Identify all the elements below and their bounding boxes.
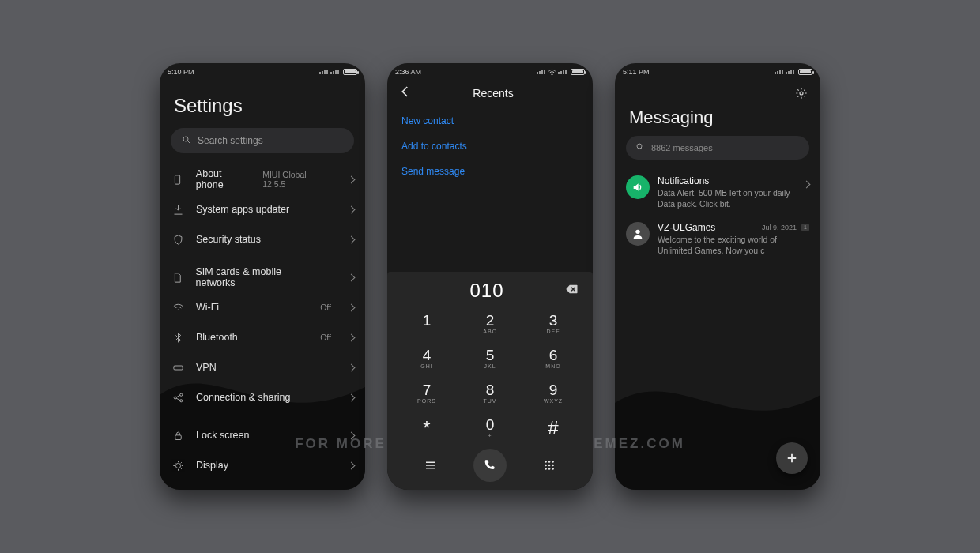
chevron-right-icon bbox=[803, 181, 811, 189]
phone-info-icon bbox=[171, 174, 185, 186]
svg-point-10 bbox=[545, 461, 547, 463]
wifi-icon bbox=[548, 68, 556, 77]
settings-item-label: Connection & sharing bbox=[196, 392, 291, 403]
settings-list: About phone MIUI Global 12.5.5 System ap… bbox=[160, 161, 365, 480]
page-title: Settings bbox=[160, 77, 365, 128]
svg-point-12 bbox=[552, 461, 554, 463]
conversation-name: VZ-ULGames bbox=[658, 222, 715, 233]
signal-icon bbox=[775, 70, 783, 74]
person-icon bbox=[626, 222, 650, 246]
keypad-key-2[interactable]: 2ABC bbox=[458, 307, 522, 341]
keypad-key-star[interactable]: * bbox=[395, 411, 458, 446]
keypad-key-9[interactable]: 9WXYZ bbox=[522, 376, 585, 411]
backspace-button[interactable] bbox=[564, 282, 579, 299]
settings-item-sim[interactable]: SIM cards & mobile networks bbox=[171, 262, 354, 292]
keypad-key-6[interactable]: 6MNO bbox=[522, 341, 585, 376]
search-icon bbox=[635, 142, 645, 153]
chevron-right-icon bbox=[348, 273, 356, 281]
settings-item-security[interactable]: Security status bbox=[171, 224, 354, 254]
svg-point-9 bbox=[552, 73, 552, 74]
chevron-right-icon bbox=[348, 205, 356, 213]
speaker-icon bbox=[626, 175, 650, 199]
unread-badge: 1 bbox=[801, 224, 809, 231]
settings-item-meta: Off bbox=[320, 303, 331, 312]
display-icon bbox=[171, 460, 185, 472]
dialer-screen: 2:36 AM Recents New contact Add to conta… bbox=[387, 63, 593, 490]
settings-item-about-phone[interactable]: About phone MIUI Global 12.5.5 bbox=[171, 164, 354, 194]
keypad-key-8[interactable]: 8TUV bbox=[458, 376, 522, 411]
conversation-notifications[interactable]: Notifications Data Alert! 500 MB left on… bbox=[615, 169, 820, 216]
settings-item-meta: MIUI Global 12.5.5 bbox=[262, 170, 331, 189]
settings-item-label: SIM cards & mobile networks bbox=[196, 266, 321, 288]
svg-point-13 bbox=[545, 465, 547, 467]
battery-icon bbox=[343, 69, 357, 75]
settings-item-vpn[interactable]: VPN bbox=[171, 352, 354, 382]
keypad-key-1[interactable]: 1 bbox=[395, 307, 458, 341]
new-contact-link[interactable]: New contact bbox=[401, 115, 579, 126]
status-icons bbox=[537, 68, 585, 77]
call-button[interactable] bbox=[473, 449, 507, 482]
clock: 5:10 PM bbox=[168, 68, 194, 76]
keypad-key-hash[interactable]: # bbox=[522, 411, 585, 446]
dialer-panel: 010 1 2ABC 3DEF 4GHI 5JKL 6MNO 7PQRS 8TU… bbox=[387, 272, 593, 490]
keypad-key-0[interactable]: 0+ bbox=[458, 411, 522, 446]
settings-item-bluetooth[interactable]: Bluetooth Off bbox=[171, 322, 354, 352]
svg-point-15 bbox=[552, 465, 554, 467]
svg-rect-3 bbox=[173, 366, 182, 370]
svg-line-21 bbox=[641, 148, 643, 150]
settings-item-meta: Off bbox=[320, 333, 331, 342]
conversation-preview: Welcome to the exciting world of Unlimit… bbox=[658, 235, 809, 256]
page-title: Messaging bbox=[615, 103, 820, 136]
status-bar: 5:11 PM bbox=[615, 63, 820, 77]
settings-item-lockscreen[interactable]: Lock screen bbox=[171, 420, 354, 450]
chevron-right-icon bbox=[348, 303, 356, 311]
settings-item-wifi[interactable]: Wi-Fi Off bbox=[171, 292, 354, 322]
dialpad-grid-button[interactable] bbox=[537, 453, 562, 478]
keypad-key-4[interactable]: 4GHI bbox=[395, 341, 458, 376]
conversation-date: Jul 9, 2021 bbox=[762, 224, 797, 231]
chevron-right-icon bbox=[348, 431, 356, 439]
conversation-preview: Data Alert! 500 MB left on your daily Da… bbox=[658, 188, 796, 209]
lock-icon bbox=[171, 430, 185, 442]
battery-icon bbox=[798, 69, 812, 75]
keypad-key-7[interactable]: 7PQRS bbox=[395, 376, 458, 411]
messages-search[interactable]: 8862 messages bbox=[626, 136, 809, 160]
svg-point-20 bbox=[637, 144, 642, 149]
settings-item-system-updater[interactable]: System apps updater bbox=[171, 194, 354, 224]
sim-icon bbox=[171, 272, 185, 284]
svg-point-4 bbox=[174, 396, 176, 398]
settings-item-label: VPN bbox=[196, 362, 217, 373]
chevron-right-icon bbox=[348, 175, 356, 183]
signal-icon bbox=[330, 70, 339, 74]
menu-button[interactable] bbox=[418, 453, 443, 478]
settings-item-label: Security status bbox=[196, 234, 261, 245]
keypad-key-5[interactable]: 5JKL bbox=[458, 341, 522, 376]
add-to-contacts-link[interactable]: Add to contacts bbox=[401, 141, 579, 152]
status-icons bbox=[775, 69, 812, 75]
settings-search[interactable]: Search settings bbox=[171, 128, 354, 153]
signal-icon bbox=[558, 70, 567, 74]
vpn-icon bbox=[171, 362, 185, 374]
settings-item-connection-sharing[interactable]: Connection & sharing bbox=[171, 382, 354, 412]
svg-line-1 bbox=[187, 141, 190, 143]
clock: 5:11 PM bbox=[623, 68, 650, 76]
conversation-vz-ulgames[interactable]: VZ-ULGames Jul 9, 2021 1 Welcome to the … bbox=[615, 216, 820, 262]
search-icon bbox=[182, 135, 191, 147]
settings-item-label: Display bbox=[196, 460, 228, 471]
send-message-link[interactable]: Send message bbox=[401, 166, 579, 177]
status-bar: 5:10 PM bbox=[160, 63, 365, 77]
compose-button[interactable] bbox=[776, 442, 808, 474]
battery-icon bbox=[571, 69, 585, 75]
svg-point-6 bbox=[179, 399, 182, 401]
settings-item-label: Wi-Fi bbox=[196, 302, 219, 313]
chevron-right-icon bbox=[348, 393, 356, 401]
svg-point-11 bbox=[548, 461, 551, 463]
keypad-key-3[interactable]: 3DEF bbox=[522, 307, 585, 341]
settings-gear-button[interactable] bbox=[795, 87, 808, 103]
messaging-screen: 5:11 PM Messaging 8862 messages Notifica… bbox=[615, 63, 820, 490]
settings-screen: 5:10 PM Settings Search settings About p… bbox=[160, 63, 365, 490]
settings-item-display[interactable]: Display bbox=[171, 450, 354, 480]
share-icon bbox=[171, 392, 185, 404]
conversation-name: Notifications bbox=[658, 175, 709, 186]
status-icons bbox=[319, 69, 357, 75]
